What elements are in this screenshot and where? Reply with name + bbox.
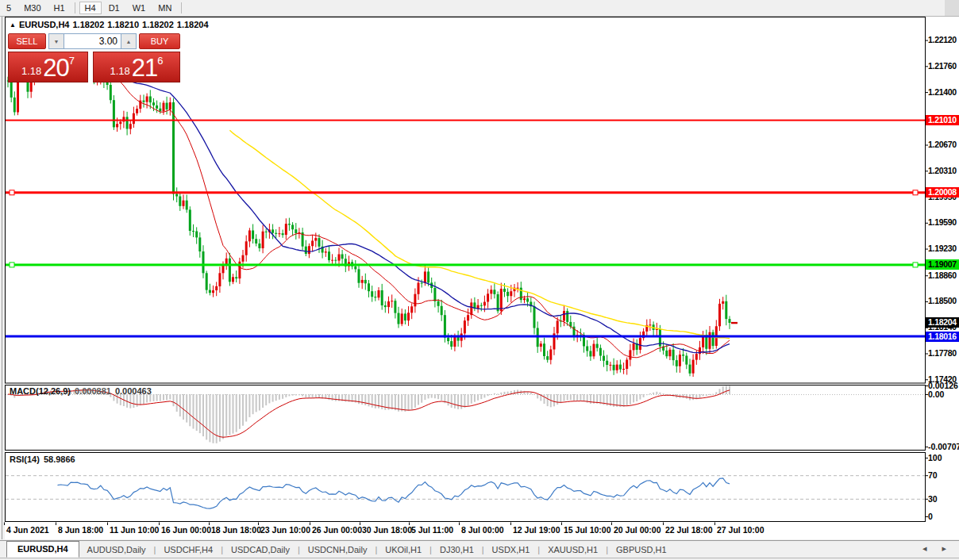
macd-signal-value: 0.000463 — [115, 386, 152, 396]
chart-tab-usdchf-h4[interactable]: USDCHF,H4 — [156, 545, 221, 554]
mt4-terminal: 5M30H1H4D1W1MN ▲EURUSD,H41.182021.182101… — [0, 0, 959, 560]
buy-price-prefix: 1.18 — [110, 63, 129, 80]
rsi-tick-label: 70 — [928, 470, 938, 480]
time-tick-label: 27 Jul 10:00 — [717, 525, 765, 535]
ma-line-68 — [229, 130, 730, 339]
buy-price-tile[interactable]: 1.18216 — [93, 52, 180, 82]
current-price-label: 1.18204 — [926, 317, 959, 328]
chart-canvas — [0, 0, 959, 560]
buy-price-sup: 6 — [157, 56, 163, 66]
ma-line-34 — [117, 78, 730, 353]
rsi-value: 58.9866 — [44, 455, 75, 464]
ohlc-open: 1.18202 — [73, 20, 105, 29]
time-tick-label: 12 Jul 19:00 — [513, 525, 560, 535]
time-tick-label: 4 Jun 2021 — [6, 525, 49, 535]
time-tick-label: 8 Jul 00:00 — [461, 525, 504, 535]
one-click-trading-widget: SELL ▼ 3.00 ▲ BUY 1.18207 1.18216 — [8, 33, 180, 82]
sell-price-tile[interactable]: 1.18207 — [8, 52, 88, 82]
rsi-tick-label: 30 — [928, 494, 938, 504]
volume-input[interactable]: 3.00 — [64, 33, 121, 49]
time-tick-label: 16 Jun 00:00 — [161, 525, 211, 535]
chart-tab-xauusd-h1[interactable]: XAUUSD,H1 — [540, 545, 606, 554]
macd-tick-label: -0.00707 — [928, 442, 959, 451]
ohlc-low: 1.18202 — [142, 20, 174, 29]
macd-main-value: 0.000881 — [75, 386, 111, 396]
time-tick-label: 11 Jun 10:00 — [110, 525, 159, 535]
hline-support_green[interactable] — [6, 263, 925, 267]
price-tick-label: 1.21760 — [928, 61, 957, 72]
rsi-tick-label: 100 — [928, 453, 942, 462]
chart-tab-usdcad-daily[interactable]: USDCAD,Daily — [223, 545, 298, 554]
candles — [7, 53, 731, 378]
time-tick-label: 20 Jul 00:00 — [614, 525, 661, 535]
chart-tab-usdcnh-daily[interactable]: USDCNH,Daily — [300, 545, 376, 554]
last-price-marker — [731, 322, 738, 324]
macd-tick-label: 0.00 — [928, 389, 944, 399]
rsi-tick-label: 0 — [928, 512, 933, 521]
chart-tab-dj30-h1[interactable]: DJ30,H1 — [432, 545, 482, 554]
price-tick-label: 1.18860 — [928, 270, 957, 282]
price-tick-label: 1.19590 — [928, 217, 957, 228]
time-tick-label: 30 Jun 18:00 — [362, 525, 412, 535]
resistance-line-label-1: 1.21010 — [926, 115, 959, 125]
price-tick-label: 1.20670 — [928, 140, 957, 151]
volume-stepper: ▼ 3.00 ▲ — [48, 33, 137, 49]
chart-tab-eurusd-h4[interactable]: EURUSD,H4 — [6, 541, 79, 558]
sell-price-prefix: 1.18 — [21, 63, 41, 80]
time-tick-label: 23 Jun 10:00 — [260, 525, 310, 535]
sell-price-sup: 7 — [69, 56, 75, 66]
resistance-line-label-2: 1.20008 — [926, 187, 959, 198]
macd-header: MACD(12,26,9)0.0008810.000463 — [10, 386, 156, 396]
chart-tab-bar: EURUSD,H4AUDUSD,Daily|USDCHF,H4|USDCAD,D… — [0, 540, 959, 558]
tab-scroll-arrows[interactable]: ◂ ▸ — [922, 543, 953, 554]
chart-title: ▲EURUSD,H41.182021.182101.182021.18204 — [10, 20, 212, 29]
buy-button[interactable]: BUY — [139, 33, 180, 49]
time-tick-label: 22 Jul 18:00 — [665, 525, 713, 535]
sell-button[interactable]: SELL — [8, 33, 46, 49]
time-tick-label: 26 Jun 00:00 — [312, 525, 362, 535]
price-tick-label: 1.20310 — [928, 166, 957, 177]
sell-price-big: 20 — [43, 56, 68, 80]
chart-tab-gbpusd-h1[interactable]: GBPUSD,H1 — [608, 545, 675, 554]
price-tick-label: 1.22120 — [928, 35, 957, 46]
macd-title: MACD(12,26,9) — [10, 386, 71, 396]
time-tick-label: 15 Jul 10:00 — [564, 525, 611, 535]
time-tick-label: 18 Jun 18:00 — [211, 525, 261, 535]
volume-increase-icon[interactable]: ▲ — [121, 33, 137, 49]
time-tick-label: 5 Jul 11:00 — [411, 525, 453, 535]
chart-tab-ukoil-h1[interactable]: UKOil,H1 — [377, 545, 429, 554]
price-tick-label: 1.18500 — [928, 296, 957, 307]
ohlc-high: 1.18210 — [107, 20, 139, 29]
support-blue-line-label: 1.18016 — [926, 332, 959, 342]
support-green-line-label: 1.19007 — [926, 259, 959, 270]
hline-resistance2[interactable] — [6, 190, 925, 195]
rsi-line — [58, 478, 730, 508]
buy-price-big: 21 — [132, 56, 157, 80]
ma-line-16 — [58, 67, 730, 358]
chart-symbol-label: EURUSD,H4 — [19, 20, 70, 29]
ohlc-close: 1.18204 — [177, 20, 209, 29]
rsi-header: RSI(14)58.9866 — [10, 455, 79, 464]
price-tick-label: 1.21400 — [928, 87, 957, 98]
chart-tab-usdx-h1[interactable]: USDX,H1 — [484, 545, 538, 554]
time-tick-label: 8 Jun 18:00 — [58, 525, 103, 535]
chart-tab-audusd-daily[interactable]: AUDUSD,Daily — [79, 545, 154, 554]
hline-support_blue[interactable] — [6, 336, 925, 338]
hline-resistance1[interactable] — [6, 120, 925, 121]
collapse-triangle-icon[interactable]: ▲ — [10, 21, 16, 29]
volume-decrease-icon[interactable]: ▼ — [48, 33, 64, 49]
price-tick-label: 1.19230 — [928, 244, 957, 255]
main-panel-border — [6, 17, 926, 522]
price-tick-label: 1.17780 — [928, 348, 957, 359]
rsi-title: RSI(14) — [10, 455, 40, 464]
rsi-levels — [6, 476, 925, 500]
